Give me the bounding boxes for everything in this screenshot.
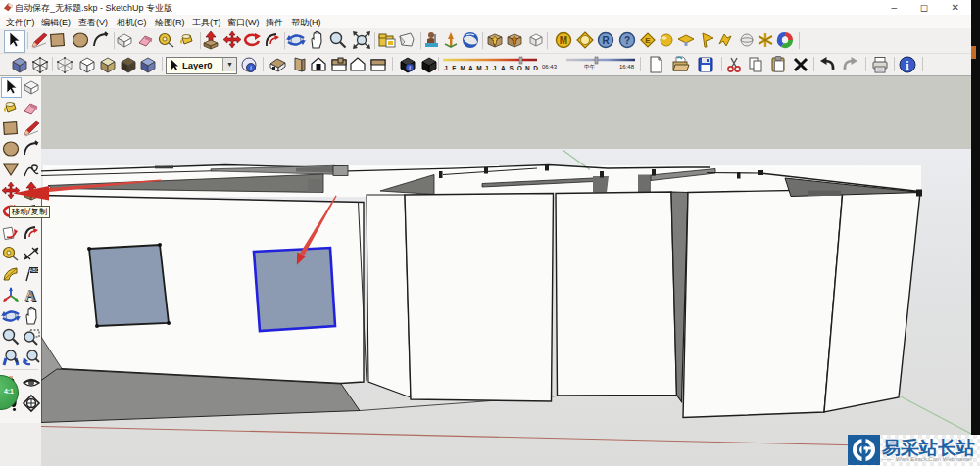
svg-text:N: N [525,65,530,71]
svg-text:J: J [444,65,448,71]
svg-text:F: F [452,65,456,71]
svg-text:ABC: ABC [28,267,39,273]
svg-text:16:48: 16:48 [619,64,635,70]
svg-text:O: O [517,65,522,71]
svg-text:M: M [476,65,481,71]
svg-text:中午: 中午 [584,64,596,70]
svg-text:A: A [468,65,473,71]
svg-text:J: J [485,65,489,71]
svg-text:J: J [493,65,497,71]
svg-text:D: D [533,65,538,71]
svg-text:S: S [509,65,514,71]
svg-text:A: A [501,65,506,71]
svg-text:06:43: 06:43 [542,64,558,70]
svg-text:M: M [461,65,466,71]
svg-text:A: A [24,286,35,303]
